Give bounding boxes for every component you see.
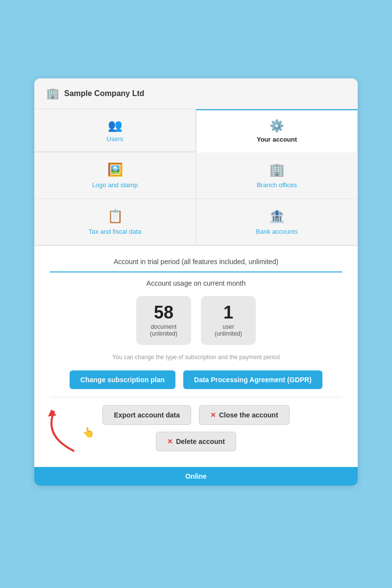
- delete-account-button[interactable]: ✕ Delete account: [156, 432, 236, 451]
- users-icon: 👥: [108, 119, 122, 132]
- company-icon: 🏢: [46, 87, 59, 100]
- branch-offices-label: Branch offices: [257, 181, 297, 189]
- usage-card-documents: 58 document (unlimited): [136, 296, 191, 345]
- tab-account-label: Your account: [257, 136, 297, 143]
- gdpr-button[interactable]: Data Processing Agreement (GDPR): [183, 370, 322, 389]
- close-x-icon: ✕: [210, 411, 216, 419]
- user-count: 1: [215, 304, 242, 321]
- menu-item-bank-accounts[interactable]: 🏦 Bank accounts: [196, 199, 358, 245]
- document-type: document: [150, 323, 177, 330]
- menu-row-1: 🖼️ Logo and stamp 🏢 Branch offices: [34, 152, 358, 198]
- trial-banner: Account in trial period (all features in…: [50, 258, 342, 272]
- logo-stamp-label: Logo and stamp: [92, 181, 138, 189]
- tab-users[interactable]: 👥 Users: [34, 109, 196, 152]
- change-subscription-button[interactable]: Change subscription plan: [70, 370, 175, 389]
- bank-accounts-icon: 🏦: [269, 209, 285, 224]
- tax-fiscal-label: Tax and fiscal data: [89, 228, 142, 235]
- bottom-bar: Online: [34, 467, 358, 486]
- tab-users-label: Users: [107, 135, 123, 143]
- hint-text: You can change the type of subscription …: [50, 354, 342, 361]
- user-limit: (unlimited): [215, 330, 242, 337]
- menu-item-logo-stamp[interactable]: 🖼️ Logo and stamp: [34, 152, 196, 198]
- delete-account-label: Delete account: [176, 438, 225, 445]
- close-account-label: Close the account: [219, 411, 278, 419]
- bank-accounts-label: Bank accounts: [256, 228, 297, 235]
- export-account-button[interactable]: Export account data: [102, 405, 191, 425]
- usage-title: Account usage on current month: [50, 279, 342, 287]
- delete-x-icon: ✕: [167, 438, 173, 445]
- card-header: 🏢 Sample Company Ltd: [34, 78, 358, 109]
- menu-item-branch-offices[interactable]: 🏢 Branch offices: [196, 152, 358, 198]
- primary-buttons-row: Change subscription plan Data Processing…: [50, 370, 342, 389]
- bottom-bar-label: Online: [185, 472, 207, 480]
- close-account-button[interactable]: ✕ Close the account: [199, 405, 290, 425]
- logo-stamp-icon: 🖼️: [107, 162, 123, 177]
- tab-your-account[interactable]: ⚙️ Your account: [196, 109, 358, 152]
- tax-fiscal-icon: 📋: [107, 209, 123, 224]
- company-name: Sample Company Ltd: [64, 89, 145, 98]
- cursor-pointer: 👆: [82, 426, 95, 438]
- document-count: 58: [150, 304, 177, 321]
- user-type: user: [215, 323, 242, 330]
- menu-row-2: 📋 Tax and fiscal data 🏦 Bank accounts: [34, 198, 358, 245]
- divider: [50, 397, 342, 397]
- branch-offices-icon: 🏢: [269, 162, 285, 177]
- secondary-buttons-row: Export account data ✕ Close the account: [50, 405, 342, 425]
- document-limit: (unlimited): [150, 330, 177, 337]
- menu-item-tax-fiscal[interactable]: 📋 Tax and fiscal data: [34, 199, 196, 245]
- usage-cards: 58 document (unlimited) 1 user (unlimite…: [50, 296, 342, 345]
- tab-row: 👥 Users ⚙️ Your account: [34, 109, 358, 152]
- main-card: 🏢 Sample Company Ltd 👥 Users ⚙️ Your acc…: [34, 78, 358, 486]
- usage-card-users: 1 user (unlimited): [201, 296, 256, 345]
- account-icon: ⚙️: [270, 119, 284, 133]
